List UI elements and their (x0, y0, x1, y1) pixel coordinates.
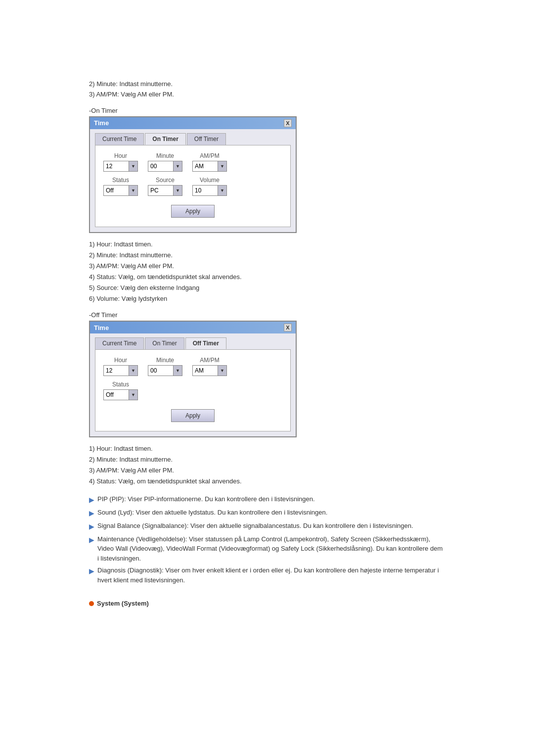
off-timer-close-button[interactable]: X (284, 324, 292, 331)
on-timer-ampm-control: ▼ (192, 161, 227, 172)
tab-on-timer-off[interactable]: On Timer (145, 337, 184, 349)
on-instr-5: 5) Source: Vælg den eksterne Indgang (89, 283, 445, 293)
intro-line1: 2) Minute: Indtast minutterne. (89, 79, 445, 90)
on-timer-hour-group: Hour ▼ (103, 152, 138, 172)
on-timer-status-label: Status (103, 177, 138, 184)
on-timer-minute-dropdown[interactable]: ▼ (173, 161, 182, 171)
on-timer-ampm-label: AM/PM (192, 152, 227, 159)
on-timer-status-control: ▼ (103, 185, 138, 196)
bullet-icon-2: ▶ (89, 521, 94, 532)
on-timer-extra-row: Status ▼ Source ▼ Volume ▼ (103, 177, 282, 196)
on-timer-volume-label: Volume (192, 177, 227, 184)
on-timer-label: -On Timer (89, 107, 445, 114)
tab-current-time-on[interactable]: Current Time (95, 133, 144, 145)
off-timer-status-control: ▼ (103, 389, 138, 400)
off-timer-minute-group: Minute ▼ (148, 357, 182, 376)
bullet-text-0: PIP (PIP): Viser PIP-informationerne. Du… (97, 494, 315, 504)
list-item: ▶ Maintenance (Vedligeholdelse): Viser s… (89, 534, 445, 564)
bullet-icon-1: ▶ (89, 508, 94, 519)
off-timer-titlebar: Time X (90, 322, 296, 333)
on-timer-status-group: Status ▼ (103, 177, 138, 196)
off-timer-hour-input[interactable] (104, 366, 129, 376)
off-timer-instructions: 1) Hour: Indtast timen. 2) Minute: Indta… (89, 443, 445, 487)
on-timer-time-row: Hour ▼ Minute ▼ AM/PM ▼ (103, 152, 282, 172)
bullet-text-2: Signal Balance (Signalbalance): Viser de… (97, 521, 413, 531)
bullet-icon-4: ▶ (89, 566, 94, 576)
on-timer-volume-input[interactable] (193, 186, 218, 195)
off-timer-status-dropdown[interactable]: ▼ (129, 390, 137, 400)
system-section-heading: System (System) (89, 600, 445, 607)
on-timer-ampm-dropdown[interactable]: ▼ (218, 161, 226, 171)
on-timer-status-dropdown[interactable]: ▼ (129, 186, 137, 195)
tab-current-time-off[interactable]: Current Time (95, 337, 144, 349)
list-item: ▶ Sound (Lyd): Viser den aktuelle lydsta… (89, 508, 445, 519)
off-timer-minute-dropdown[interactable]: ▼ (173, 366, 182, 376)
intro-text: 2) Minute: Indtast minutterne. 3) AM/PM:… (89, 79, 445, 100)
on-timer-apply-row: Apply (103, 201, 282, 220)
intro-line2: 3) AM/PM: Vælg AM eller PM. (89, 90, 445, 100)
off-timer-status-group: Status ▼ (103, 381, 138, 400)
on-timer-source-group: Source ▼ (148, 177, 182, 196)
on-timer-volume-control: ▼ (192, 185, 227, 196)
list-item: ▶ Diagnosis (Diagnostik): Viser om hver … (89, 566, 445, 585)
tab-off-timer[interactable]: Off Timer (185, 337, 226, 349)
off-timer-tabs: Current Time On Timer Off Timer (90, 333, 296, 349)
off-timer-minute-control: ▼ (148, 365, 182, 376)
on-timer-tabs: Current Time On Timer Off Timer (90, 129, 296, 145)
off-timer-label: -Off Timer (89, 311, 445, 319)
on-timer-source-input[interactable] (148, 186, 173, 195)
on-instr-3: 3) AM/PM: Vælg AM eller PM. (89, 261, 445, 272)
list-item: ▶ Signal Balance (Signalbalance): Viser … (89, 521, 445, 532)
off-timer-apply-button[interactable]: Apply (171, 409, 215, 422)
bullet-text-4: Diagnosis (Diagnostik): Viser om hver en… (97, 566, 445, 585)
on-timer-titlebar: Time X (90, 117, 296, 129)
off-timer-content: Hour ▼ Minute ▼ AM/PM ▼ (95, 349, 291, 431)
on-instr-1: 1) Hour: Indtast timen. (89, 239, 445, 250)
on-instr-4: 4) Status: Vælg, om tændetidspunktet ska… (89, 272, 445, 283)
on-timer-instructions: 1) Hour: Indtast timen. 2) Minute: Indta… (89, 239, 445, 305)
off-timer-minute-input[interactable] (148, 366, 173, 376)
on-timer-volume-dropdown[interactable]: ▼ (218, 186, 226, 195)
off-timer-hour-group: Hour ▼ (103, 357, 138, 376)
bullet-text-3: Maintenance (Vedligeholdelse): Viser sta… (97, 534, 445, 564)
on-timer-ampm-group: AM/PM ▼ (192, 152, 227, 172)
off-timer-apply-row: Apply (103, 405, 282, 424)
off-instr-1: 1) Hour: Indtast timen. (89, 443, 445, 454)
on-timer-source-dropdown[interactable]: ▼ (173, 186, 182, 195)
list-item: ▶ PIP (PIP): Viser PIP-informationerne. … (89, 494, 445, 505)
on-timer-source-label: Source (148, 177, 182, 184)
on-timer-apply-button[interactable]: Apply (171, 205, 215, 218)
tab-off-timer-on[interactable]: Off Timer (187, 133, 226, 145)
on-timer-minute-input[interactable] (148, 161, 173, 171)
on-timer-dialog: Time X Current Time On Timer Off Timer H… (89, 116, 297, 233)
off-timer-hour-dropdown[interactable]: ▼ (129, 366, 137, 376)
off-timer-dialog: Time X Current Time On Timer Off Timer H… (89, 321, 297, 437)
dot-icon (89, 601, 94, 606)
bullet-list: ▶ PIP (PIP): Viser PIP-informationerne. … (89, 494, 445, 585)
on-timer-status-input[interactable] (104, 186, 129, 195)
off-timer-ampm-dropdown[interactable]: ▼ (218, 366, 226, 376)
on-timer-hour-dropdown[interactable]: ▼ (129, 161, 137, 171)
off-timer-hour-label: Hour (103, 357, 138, 364)
on-timer-hour-label: Hour (103, 152, 138, 159)
off-timer-time-row: Hour ▼ Minute ▼ AM/PM ▼ (103, 357, 282, 376)
bullet-icon-3: ▶ (89, 535, 94, 545)
on-timer-hour-input[interactable] (104, 161, 129, 171)
bullet-icon-0: ▶ (89, 495, 94, 505)
off-timer-ampm-input[interactable] (193, 366, 218, 376)
on-timer-source-control: ▼ (148, 185, 182, 196)
off-timer-title: Time (94, 324, 109, 331)
on-timer-close-button[interactable]: X (284, 119, 292, 127)
on-instr-6: 6) Volume: Vælg lydstyrken (89, 293, 445, 304)
on-timer-title: Time (94, 119, 109, 127)
off-timer-status-input[interactable] (104, 390, 129, 400)
off-instr-2: 2) Minute: Indtast minutterne. (89, 454, 445, 465)
on-timer-ampm-input[interactable] (193, 161, 218, 171)
on-timer-volume-group: Volume ▼ (192, 177, 227, 196)
tab-on-timer[interactable]: On Timer (145, 133, 185, 145)
on-instr-2: 2) Minute: Indtast minutterne. (89, 250, 445, 261)
off-timer-ampm-label: AM/PM (192, 357, 227, 364)
on-timer-hour-control: ▼ (103, 161, 138, 172)
on-timer-minute-group: Minute ▼ (148, 152, 182, 172)
on-timer-content: Hour ▼ Minute ▼ AM/PM ▼ (95, 145, 291, 227)
